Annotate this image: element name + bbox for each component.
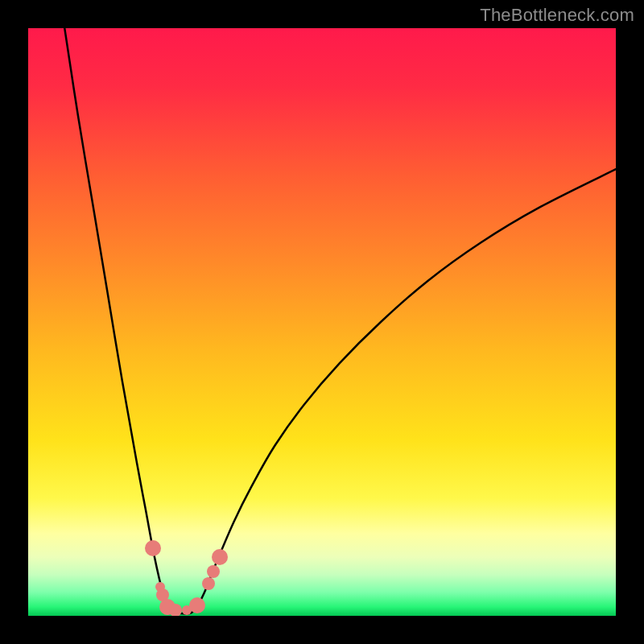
curve-marker <box>202 577 215 590</box>
plot-area <box>28 28 616 616</box>
curve-marker <box>189 597 205 613</box>
chart-frame: TheBottleneck.com <box>0 0 644 644</box>
curve-marker <box>207 565 220 578</box>
curve-marker <box>169 604 182 616</box>
curve-marker <box>145 540 161 556</box>
bottleneck-curve <box>28 28 616 616</box>
curve-marker <box>212 549 228 565</box>
watermark-text: TheBottleneck.com <box>480 5 634 26</box>
